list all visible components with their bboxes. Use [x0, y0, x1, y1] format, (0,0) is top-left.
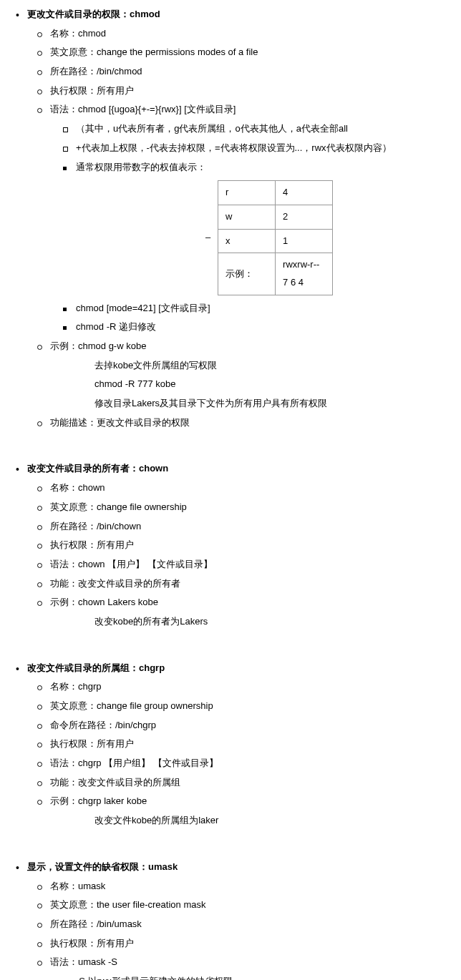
detail-text: 功能描述：更改文件或目录的权限: [50, 417, 190, 428]
sub-list: （其中，u代表所有者，g代表所属组，o代表其他人，a代表全部all +代表加上权…: [50, 120, 448, 157]
square-text: -S 以rwx形式显示新建文件的缺省权限: [76, 976, 233, 980]
detail-item: 执行权限：所有用户: [27, 536, 448, 554]
detail-text: 执行权限：所有用户: [50, 938, 134, 949]
section: 改变文件或目录的所属组：chgrp名称：chgrp英文原意：change fil…: [13, 660, 448, 830]
table-row: r4: [218, 181, 333, 205]
table-cell: 1: [276, 229, 333, 253]
table-row: 示例：rwxrw-r--7 6 4: [218, 253, 333, 295]
detail-item: 语法：chgrp 【用户组】 【文件或目录】: [27, 755, 448, 773]
detail-item: 英文原意：change the permissions modes of a f…: [27, 44, 448, 62]
detail-list: 名称：chown英文原意：change file ownership所在路径：/…: [27, 479, 448, 631]
table-cell: x: [218, 229, 276, 253]
detail-text: 名称：umask: [50, 881, 105, 891]
table-cell: 4: [276, 181, 333, 205]
detail-item: 功能：改变文件或目录的所有者: [27, 575, 448, 593]
table-wrap: –r4w2x1示例：rwxrw-r--7 6 4: [76, 180, 448, 295]
command-list: 更改文件或目录的权限：chmod名称：chmod英文原意：change the …: [13, 6, 448, 980]
detail-item: 执行权限：所有用户: [27, 935, 448, 953]
detail-text: 英文原意：change file ownership: [50, 501, 187, 512]
square-text: chmod -R 递归修改: [76, 321, 156, 332]
detail-item: 语法：umask -S-S 以rwx形式显示新建文件的缺省权限: [27, 954, 448, 980]
title-prefix: 改变文件或目录的所有者：: [27, 463, 139, 474]
square-text: 通常权限用带数字的权值表示：: [76, 162, 206, 172]
detail-item: 英文原意：change file group ownership: [27, 697, 448, 715]
detail-text: 语法：umask -S: [50, 956, 117, 967]
detail-text: 所在路径：/bin/umask: [50, 918, 142, 929]
square-item: chmod [mode=421] [文件或目录]: [50, 300, 448, 318]
detail-list: 名称：chgrp英文原意：change file group ownership…: [27, 678, 448, 830]
section: 显示，设置文件的缺省权限：umask名称：umask英文原意：the user …: [13, 858, 448, 980]
square-text: chmod [mode=421] [文件或目录]: [76, 303, 210, 313]
perm-table: r4w2x1示例：rwxrw-r--7 6 4: [218, 180, 333, 295]
detail-text: 执行权限：所有用户: [50, 539, 134, 550]
title-command: umask: [148, 861, 178, 872]
detail-text: 名称：chown: [50, 482, 105, 493]
title-prefix: 显示，设置文件的缺省权限：: [27, 861, 148, 872]
detail-text: 英文原意：the user file-creation mask: [50, 899, 205, 910]
detail-item: 名称：chown: [27, 479, 448, 497]
sub-line: 改变文件kobe的所属组为laker: [50, 812, 448, 830]
detail-item: 功能：改变文件或目录的所属组: [27, 774, 448, 792]
detail-item: 名称：chmod: [27, 25, 448, 43]
sub-item: （其中，u代表所有者，g代表所属组，o代表其他人，a代表全部all: [50, 120, 448, 138]
sub-line: 去掉kobe文件所属组的写权限: [50, 357, 448, 375]
table-cell: 示例：: [218, 253, 276, 295]
title-prefix: 改变文件或目录的所属组：: [27, 662, 139, 673]
detail-text: 示例：chown Lakers kobe: [50, 597, 158, 607]
sub-line: 修改目录Lakers及其目录下文件为所有用户具有所有权限: [50, 395, 448, 413]
table-cell: rwxrw-r--7 6 4: [276, 253, 333, 295]
section-title: 改变文件或目录的所有者：chown: [27, 460, 448, 478]
table-cell: r: [218, 181, 276, 205]
title-command: chown: [139, 463, 168, 474]
detail-item: 所在路径：/bin/chmod: [27, 63, 448, 81]
detail-item: 所在路径：/bin/umask: [27, 916, 448, 934]
table-row: w2: [218, 205, 333, 229]
detail-text: 所在路径：/bin/chmod: [50, 66, 142, 77]
title-prefix: 更改文件或目录的权限：: [27, 9, 130, 19]
detail-text: 所在路径：/bin/chown: [50, 521, 141, 531]
detail-item: 执行权限：所有用户: [27, 735, 448, 753]
square-item: 通常权限用带数字的权值表示：–r4w2x1示例：rwxrw-r--7 6 4: [50, 159, 448, 295]
detail-text: 语法：chmod [{ugoa}{+-=}{rwx}] [文件或目录]: [50, 104, 236, 114]
detail-list: 名称：umask英文原意：the user file-creation mask…: [27, 878, 448, 981]
detail-text: 英文原意：change file group ownership: [50, 700, 213, 711]
square-item: chmod -R 递归修改: [50, 318, 448, 336]
detail-text: 名称：chmod: [50, 28, 106, 39]
dash-icon: –: [205, 229, 210, 247]
detail-text: 执行权限：所有用户: [50, 85, 134, 96]
square-list: -S 以rwx形式显示新建文件的缺省权限: [50, 973, 448, 980]
detail-text: 示例：chgrp laker kobe: [50, 795, 147, 806]
detail-text: 名称：chgrp: [50, 681, 102, 692]
table-cell: 2: [276, 205, 333, 229]
detail-text: 语法：chown 【用户】 【文件或目录】: [50, 559, 213, 569]
title-command: chgrp: [139, 662, 165, 673]
detail-list: 名称：chmod英文原意：change the permissions mode…: [27, 25, 448, 432]
detail-item: 所在路径：/bin/chown: [27, 518, 448, 536]
detail-item: 命令所在路径：/bin/chgrp: [27, 717, 448, 735]
section: 改变文件或目录的所有者：chown名称：chown英文原意：change fil…: [13, 460, 448, 630]
title-command: chmod: [130, 9, 160, 19]
detail-item: 名称：umask: [27, 878, 448, 896]
square-item: -S 以rwx形式显示新建文件的缺省权限: [50, 973, 448, 980]
detail-item: 功能描述：更改文件或目录的权限: [27, 414, 448, 432]
detail-item: 语法：chmod [{ugoa}{+-=}{rwx}] [文件或目录]（其中，u…: [27, 101, 448, 336]
detail-item: 示例：chown Lakers kobe改变kobe的所有者为Lakers: [27, 594, 448, 630]
table-cell: w: [218, 205, 276, 229]
sub-line: 改变kobe的所有者为Lakers: [50, 613, 448, 631]
detail-item: 执行权限：所有用户: [27, 82, 448, 100]
detail-item: 示例：chgrp laker kobe改变文件kobe的所属组为laker: [27, 793, 448, 829]
section-title: 显示，设置文件的缺省权限：umask: [27, 858, 448, 876]
detail-text: 示例：chmod g-w kobe: [50, 340, 146, 351]
detail-item: 英文原意：change file ownership: [27, 499, 448, 516]
sub-item: +代表加上权限，-代表去掉权限，=代表将权限设置为...，rwx代表权限内容）: [50, 139, 448, 157]
detail-text: 英文原意：change the permissions modes of a f…: [50, 46, 258, 57]
detail-text: 执行权限：所有用户: [50, 738, 134, 749]
table-row: x1: [218, 229, 333, 253]
section-title: 改变文件或目录的所属组：chgrp: [27, 660, 448, 677]
detail-text: 功能：改变文件或目录的所有者: [50, 578, 180, 589]
detail-text: 语法：chgrp 【用户组】 【文件或目录】: [50, 758, 218, 768]
sub-line: chmod -R 777 kobe: [50, 376, 448, 393]
square-list: 通常权限用带数字的权值表示：–r4w2x1示例：rwxrw-r--7 6 4ch…: [50, 159, 448, 337]
detail-item: 名称：chgrp: [27, 678, 448, 696]
detail-text: 功能：改变文件或目录的所属组: [50, 777, 180, 788]
